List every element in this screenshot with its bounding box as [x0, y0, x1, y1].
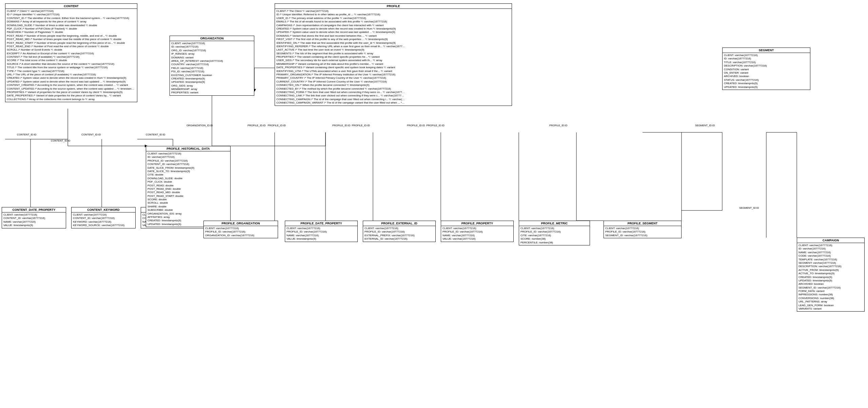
table-ck-body: CLIENT: varchar(16777216) CONTENT_ID: va… [72, 212, 135, 228]
rel-label-org: ORGANIZATION_ID:ID [186, 124, 213, 127]
table-campaign-header: CAMPAIGN [797, 238, 864, 243]
table-po-header: PROFILE_ORGANIZATION [204, 221, 278, 226]
table-ps-body: CLIENT: varchar(16777216) PROFILE_ID: va… [604, 226, 681, 238]
table-content-body: CLIENT /* Client */: varchar(16777216) I… [5, 9, 137, 102]
table-pdp-header: PROFILE_DATE_PROPERTY [285, 221, 357, 226]
table-pm-body: CLIENT: varchar(16777216) PROFILE_ID: va… [519, 226, 590, 245]
table-profile-property: PROFILE_PROPERTY CLIENT: varchar(1677721… [441, 221, 514, 242]
table-content-date-property: CONTENT_DATE_PROPERTY CLIENT: varchar(16… [2, 207, 66, 228]
table-profile-organization: PROFILE_ORGANIZATION CLIENT: varchar(167… [203, 221, 278, 238]
rel-label-phd-content: CONTENT_ID:ID [51, 139, 71, 142]
table-campaign: CAMPAIGN CLIENT: varchar(16777216) ID: v… [797, 238, 865, 312]
table-profile: PROFILE CLIENT /* The Client */: varchar… [275, 3, 512, 106]
rel-label-segment-ps: SEGMENT_ID:ID [695, 124, 715, 127]
table-content: CONTENT CLIENT /* Client */: varchar(167… [5, 3, 137, 102]
rel-label-content-keyword: CONTENT_ID:ID [81, 133, 101, 136]
rel-label-profile-prop: PROFILE_ID:ID PROFILE_ID:ID [407, 124, 445, 127]
table-ck-header: CONTENT_KEYWORD [72, 207, 135, 212]
table-organization-header: ORGANIZATION [170, 36, 254, 41]
rel-label-content-property: CONTENT_ID:ID [146, 133, 165, 136]
table-ps-header: PROFILE_SEGMENT [604, 221, 681, 226]
table-po-body: CLIENT: varchar(16777216) PROFILE_ID: va… [204, 226, 278, 238]
table-cdp-header: CONTENT_DATE_PROPERTY [2, 207, 66, 212]
rel-label-profile-phd: PROFILE_ID:ID PROFILE_ID:ID [248, 124, 286, 127]
table-content-keyword: CONTENT_KEYWORD CLIENT: varchar(16777216… [71, 207, 136, 228]
table-segment-header: SEGMENT [723, 48, 810, 53]
table-organization: ORGANIZATION CLIENT: varchar(16777216) I… [170, 36, 254, 96]
rel-label-segment-id: SEGMENT_ID:ID [739, 206, 759, 209]
table-phd-body: CLIENT: varchar(16777216) ID: varchar(16… [146, 151, 230, 227]
table-pp-body: CLIENT: varchar(16777216) PROFILE_ID: va… [441, 226, 513, 242]
table-segment: SEGMENT CLIENT: varchar(16777216) ID: va… [722, 48, 810, 90]
rel-label-content-date: CONTENT_ID:ID [17, 133, 37, 136]
table-organization-body: CLIENT: varchar(16777216) ID: varchar(16… [170, 41, 254, 95]
rel-label-profile-phd2: PROFILE_ID:ID PROFILE_ID:ID [332, 124, 370, 127]
diagram-container: CONTENT_ID:ID CONTENT_ID:ID CONTENT_ID:I… [0, 0, 868, 408]
table-campaign-body: CLIENT: varchar(16777216) ID: varchar(16… [797, 243, 864, 311]
table-profile-body: CLIENT /* The Client */: varchar(1677721… [275, 9, 512, 106]
table-pm-header: PROFILE_METRIC [519, 221, 590, 226]
table-pp-header: PROFILE_PROPERTY [441, 221, 513, 226]
table-pdp-body: CLIENT: varchar(16777216) PROFILE_ID: va… [285, 226, 357, 242]
table-profile-date-property: PROFILE_DATE_PROPERTY CLIENT: varchar(16… [285, 221, 358, 242]
table-segment-body: CLIENT: varchar(16777216) ID: varchar(16… [723, 53, 810, 90]
table-profile-header: PROFILE [275, 4, 512, 9]
table-pei-body: CLIENT: varchar(16777216) PROFILE_ID: va… [363, 226, 435, 242]
table-cdp-body: CLIENT: varchar(16777216) CONTENT_ID: va… [2, 212, 66, 228]
table-content-header: CONTENT [5, 4, 137, 9]
table-profile-segment: PROFILE_SEGMENT CLIENT: varchar(16777216… [604, 221, 682, 238]
table-phd-header: PROFILE_HISTORICAL_DATA [146, 146, 230, 151]
table-pei-header: PROFILE_EXTERNAL_ID [363, 221, 435, 226]
table-profile-metric: PROFILE_METRIC CLIENT: varchar(16777216)… [519, 221, 590, 245]
table-profile-external-id: PROFILE_EXTERNAL_ID CLIENT: varchar(1677… [363, 221, 436, 242]
rel-label-profile-metric: PROFILE_ID:ID [549, 124, 567, 127]
table-phd: PROFILE_HISTORICAL_DATA CLIENT: varchar(… [146, 146, 231, 227]
